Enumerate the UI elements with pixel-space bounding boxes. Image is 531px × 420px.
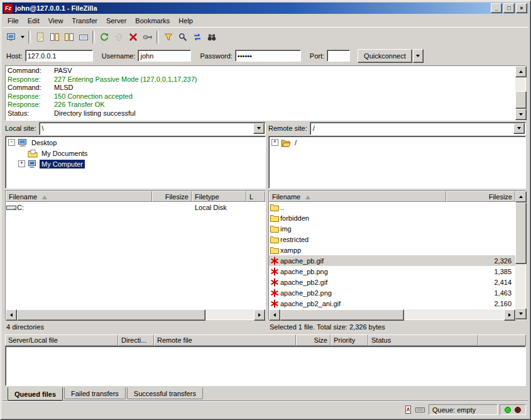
remote-file-row[interactable]: restricted [269,234,515,245]
scroll-track[interactable] [17,309,254,319]
remote-file-row[interactable]: apache_pb2.png 1,463 [269,287,515,298]
tree-item-my-documents[interactable]: My Documents [6,148,265,158]
host-input[interactable] [25,50,93,62]
password-input[interactable] [235,50,301,62]
log-label: Response: [6,101,54,109]
remote-horizontal-scrollbar[interactable] [269,309,515,319]
toolbar-separator [28,31,31,43]
menu-file[interactable]: File [3,16,23,26]
scroll-left-button[interactable] [6,309,17,321]
transfer-queue-list[interactable] [5,346,526,386]
log-line: Command:MLSD [6,84,515,92]
cancel-transfer-button[interactable] [126,30,140,44]
statusbar: Queue: empty [3,401,528,417]
remote-file-row[interactable]: xampp [269,245,515,255]
local-site-combo[interactable]: \ [39,122,266,135]
scroll-thumb[interactable] [280,309,404,321]
toggle-local-tree-button[interactable] [47,30,62,44]
combo-dropdown-button[interactable] [253,123,265,134]
disconnect-button[interactable] [140,30,155,44]
column-header-priority[interactable]: Priority [331,334,368,346]
scroll-right-button[interactable] [504,309,515,321]
column-header-filename[interactable]: Filename [269,191,446,202]
remote-file-row[interactable]: apache_pb2_ani.gif 2,160 [269,298,515,309]
column-header-server-local-file[interactable]: Server/Local file [5,334,118,346]
menu-edit[interactable]: Edit [23,16,44,26]
toggle-message-log-button[interactable] [33,30,47,44]
tab-failed-transfers[interactable]: Failed transfers [64,387,126,399]
remote-file-row[interactable]: forbidden [269,213,515,223]
local-file-row[interactable]: C: Local Disk [6,202,265,213]
menu-server[interactable]: Server [102,16,131,26]
column-header-filename[interactable]: Filename [6,191,152,202]
log-scrollbar[interactable] [515,66,525,120]
scroll-down-button[interactable] [515,109,527,120]
scroll-right-button[interactable] [254,309,265,321]
remote-site-combo[interactable]: / [310,122,526,135]
menu-help[interactable]: Help [174,16,197,26]
refresh-button[interactable] [97,30,111,44]
local-horizontal-scrollbar[interactable] [6,309,265,319]
collapse-icon[interactable]: - [8,139,15,146]
directory-comparison-button[interactable] [175,30,190,44]
menu-view[interactable]: View [44,16,68,26]
toolbar-separator [92,31,95,43]
toggle-remote-tree-button[interactable] [62,30,76,44]
column-header-filesize[interactable]: Filesize [446,191,515,202]
expand-icon[interactable]: + [271,139,278,146]
find-files-button[interactable] [204,30,219,44]
menu-bookmarks[interactable]: Bookmarks [131,16,174,26]
maximize-button[interactable]: □ [503,3,515,13]
remote-file-row[interactable]: .. [269,202,515,213]
remote-vertical-scrollbar[interactable] [515,191,525,319]
column-header-remote-file[interactable]: Remote file [154,334,296,346]
scroll-thumb[interactable] [515,202,527,264]
column-header-status[interactable]: Status [368,334,478,346]
remote-pane: Remote site: / + / Filename Filesize [268,122,526,333]
titlebar[interactable]: Fz john@127.0.0.1 - FileZilla _ □ × [3,3,528,14]
tab-successful-transfers[interactable]: Successful transfers [127,387,203,399]
port-input[interactable] [327,50,350,62]
site-manager-button[interactable] [4,30,18,44]
column-header-direction[interactable]: Directi... [118,334,154,346]
quickconnect-button[interactable]: Quickconnect [358,49,412,63]
tree-item-root[interactable]: + / [269,137,525,148]
menu-transfer[interactable]: Transfer [67,16,102,26]
tree-item-my-computer[interactable]: + My Computer [6,158,265,169]
minimize-button[interactable]: _ [491,3,502,13]
scroll-track[interactable] [515,77,525,109]
column-header-lastmodified[interactable]: L [246,191,265,202]
remote-file-row-selected[interactable]: apache_pb.gif 2,326 [269,255,515,266]
directory-filter-button[interactable] [161,30,175,44]
scroll-thumb[interactable] [515,91,527,109]
scroll-up-button[interactable] [515,191,527,202]
local-site-row: Local site: \ [5,122,266,135]
log-line: Command:PASV [6,67,515,75]
remote-file-row[interactable]: img [269,223,515,234]
quickconnect-dropdown-button[interactable] [413,49,424,63]
username-input[interactable] [138,50,191,62]
remote-file-row[interactable]: apache_pb.png 1,385 [269,266,515,277]
column-header-filetype[interactable]: Filetype [192,191,246,202]
synchronized-browsing-button[interactable] [190,30,204,44]
process-queue-button[interactable] [111,30,126,44]
close-button[interactable]: × [516,3,527,13]
column-header-filesize[interactable]: Filesize [152,191,192,202]
scroll-track[interactable] [280,309,504,319]
tab-queued-files[interactable]: Queued files [8,387,63,401]
scroll-left-button[interactable] [269,309,280,321]
remote-file-row[interactable]: apache_pb2.gif 2,414 [269,277,515,287]
combo-dropdown-button[interactable] [513,123,525,134]
toggle-transfer-queue-button[interactable] [76,30,90,44]
sort-ascending-icon [42,193,47,199]
scroll-up-button[interactable] [515,66,527,77]
scroll-track[interactable] [515,202,525,308]
expand-icon[interactable]: + [18,160,25,167]
column-header-size[interactable]: Size [296,334,331,346]
local-file-rows: C: Local Disk [6,202,265,309]
scroll-thumb[interactable] [17,309,205,321]
scroll-down-button[interactable] [515,308,527,319]
folder-icon [269,214,280,222]
site-manager-dropdown-button[interactable] [18,30,26,44]
tree-item-desktop[interactable]: - Desktop [6,137,265,148]
